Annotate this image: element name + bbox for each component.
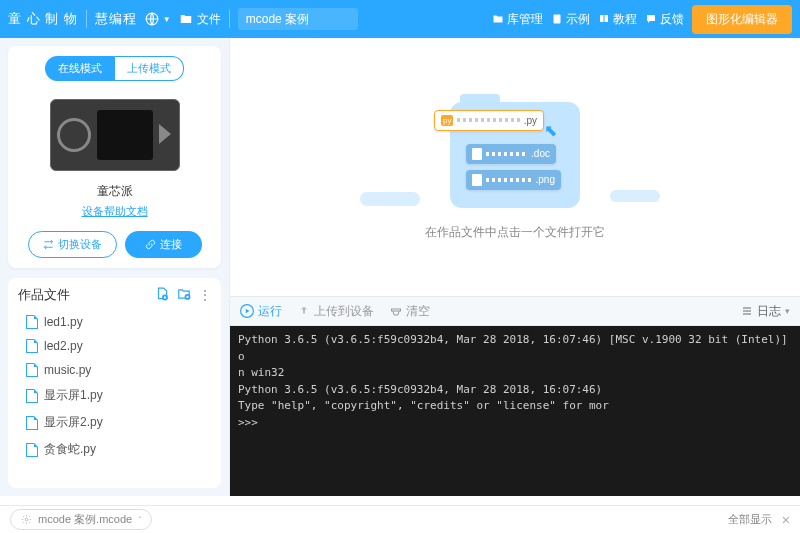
file-item[interactable]: 显示屏1.py: [8, 382, 221, 409]
topbar: 童 心 制 物 慧编程 ▼ 文件 库管理 示例 教程 反馈 图形化编辑器: [0, 0, 800, 38]
switch-device-button[interactable]: 切换设备: [28, 231, 117, 258]
visual-editor-button[interactable]: 图形化编辑器: [692, 5, 792, 34]
file-icon: [26, 363, 38, 377]
divider: [86, 10, 87, 28]
device-image: [50, 99, 180, 171]
feedback-nav[interactable]: 反馈: [645, 11, 684, 28]
brand-sub: 慧编程: [95, 10, 137, 28]
close-icon[interactable]: ×: [782, 512, 790, 528]
file-icon: [26, 315, 38, 329]
terminal-output[interactable]: Python 3.6.5 (v3.6.5:f59c0932b4, Mar 28 …: [230, 326, 800, 496]
svg-rect-5: [392, 309, 401, 311]
bottom-bar: mcode 案例.mcode ˆ 全部显示 ×: [0, 505, 800, 533]
file-icon: [26, 416, 38, 430]
clear-button[interactable]: 清空: [390, 303, 430, 320]
brand-main: 童 心 制 物: [8, 10, 78, 28]
new-file-icon[interactable]: [155, 287, 169, 304]
file-menu[interactable]: 文件: [179, 11, 221, 28]
files-card: 作品文件 ⋮ led1.py led2.py music.py 显示屏1.py …: [8, 278, 221, 488]
file-chip[interactable]: mcode 案例.mcode ˆ: [10, 509, 152, 530]
tutorials-nav[interactable]: 教程: [598, 11, 637, 28]
file-item[interactable]: music.py: [8, 358, 221, 382]
device-help-link[interactable]: 设备帮助文档: [16, 204, 213, 219]
right-panel: ↖ py.py⬉ .doc .png 在作品文件中点击一个文件打开它 运行 上传…: [229, 38, 800, 496]
svg-rect-1: [554, 15, 561, 24]
more-menu-icon[interactable]: ⋮: [199, 288, 211, 302]
pointer-icon: ⬉: [544, 121, 557, 140]
file-item[interactable]: led2.py: [8, 334, 221, 358]
lib-mgmt-nav[interactable]: 库管理: [492, 11, 543, 28]
file-icon: [26, 443, 38, 457]
show-all-button[interactable]: 全部显示: [728, 512, 772, 527]
project-title-input[interactable]: [238, 8, 358, 30]
left-panel: 在线模式 上传模式 童芯派 设备帮助文档 切换设备 连接 作品文: [0, 38, 229, 496]
tab-upload-mode[interactable]: 上传模式: [115, 56, 184, 81]
device-name: 童芯派: [16, 183, 213, 200]
file-item[interactable]: led1.py: [8, 310, 221, 334]
log-dropdown[interactable]: 日志 ▾: [741, 303, 790, 320]
terminal-toolbar: 运行 上传到设备 清空 日志 ▾: [230, 296, 800, 326]
examples-nav[interactable]: 示例: [551, 11, 590, 28]
globe-icon[interactable]: ▼: [145, 12, 171, 26]
tab-online-mode[interactable]: 在线模式: [45, 56, 115, 81]
connect-button[interactable]: 连接: [125, 231, 202, 258]
upload-button[interactable]: 上传到设备: [298, 303, 374, 320]
file-item[interactable]: 显示屏2.py: [8, 409, 221, 436]
new-folder-icon[interactable]: [177, 287, 191, 304]
svg-point-6: [25, 518, 28, 521]
file-icon: [26, 389, 38, 403]
folder-illustration: py.py⬉ .doc .png: [450, 102, 580, 208]
files-title: 作品文件: [18, 286, 147, 304]
run-button[interactable]: 运行: [240, 303, 282, 320]
file-icon: [26, 339, 38, 353]
file-item[interactable]: 贪食蛇.py: [8, 436, 221, 463]
device-card: 在线模式 上传模式 童芯派 设备帮助文档 切换设备 连接: [8, 46, 221, 268]
divider: [229, 10, 230, 28]
empty-hint: 在作品文件中点击一个文件打开它: [425, 224, 605, 241]
editor-canvas: ↖ py.py⬉ .doc .png 在作品文件中点击一个文件打开它: [230, 38, 800, 296]
